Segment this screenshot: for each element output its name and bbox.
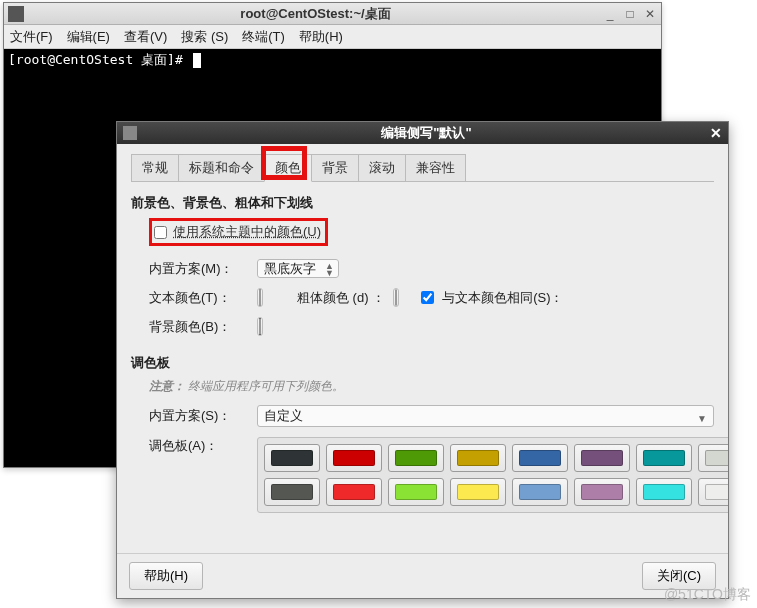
palette-color-8[interactable] bbox=[264, 478, 320, 506]
watermark: @51CTO博客 bbox=[664, 586, 751, 604]
minimise-icon[interactable]: _ bbox=[603, 7, 617, 21]
dialog-footer: 帮助(H) 关闭(C) bbox=[117, 553, 728, 598]
menu-view[interactable]: 查看(V) bbox=[124, 28, 167, 46]
use-theme-colors-row[interactable]: 使用系统主题中的颜色(U) bbox=[149, 218, 328, 246]
palette-swatch bbox=[519, 484, 561, 500]
use-theme-colors-label: 使用系统主题中的颜色(U) bbox=[173, 223, 321, 241]
text-color-swatch bbox=[259, 289, 261, 306]
palette-swatch bbox=[271, 450, 313, 466]
bg-color-button[interactable] bbox=[257, 317, 263, 336]
palette-color-13[interactable] bbox=[574, 478, 630, 506]
palette-color-9[interactable] bbox=[326, 478, 382, 506]
dialog-title: 编辑侧写"默认" bbox=[143, 124, 710, 142]
tab-general[interactable]: 常规 bbox=[131, 154, 179, 181]
palette-swatch bbox=[705, 450, 728, 466]
palette-color-10[interactable] bbox=[388, 478, 444, 506]
terminal-title: root@CentOStest:~/桌面 bbox=[28, 5, 603, 23]
edit-profile-dialog: 编辑侧写"默认" ✕ 常规 标题和命令 颜色 背景 滚动 兼容性 前景色、背景色… bbox=[116, 121, 729, 599]
terminal-menubar: 文件(F) 编辑(E) 查看(V) 搜索 (S) 终端(T) 帮助(H) bbox=[4, 25, 661, 49]
builtin-scheme-label: 内置方案(M)： bbox=[149, 260, 249, 278]
section-fgbg-title: 前景色、背景色、粗体和下划线 bbox=[131, 194, 714, 212]
text-color-label: 文本颜色(T)： bbox=[149, 289, 249, 307]
palette-swatch bbox=[395, 450, 437, 466]
bold-color-button[interactable] bbox=[393, 288, 399, 307]
bold-color-label: 粗体颜色 (d) ： bbox=[297, 289, 385, 307]
tab-compat[interactable]: 兼容性 bbox=[405, 154, 466, 181]
close-icon[interactable]: ✕ bbox=[643, 7, 657, 21]
palette-swatch bbox=[395, 484, 437, 500]
palette-grid bbox=[257, 437, 728, 513]
palette-swatch bbox=[457, 450, 499, 466]
tab-background[interactable]: 背景 bbox=[311, 154, 359, 181]
palette-swatch bbox=[643, 450, 685, 466]
palette-color-3[interactable] bbox=[450, 444, 506, 472]
palette-color-7[interactable] bbox=[698, 444, 728, 472]
text-color-button[interactable] bbox=[257, 288, 263, 307]
palette-color-0[interactable] bbox=[264, 444, 320, 472]
palette-row-label: 调色板(A)： bbox=[149, 437, 249, 455]
palette-color-4[interactable] bbox=[512, 444, 568, 472]
palette-title: 调色板 bbox=[131, 354, 714, 372]
menu-edit[interactable]: 编辑(E) bbox=[67, 28, 110, 46]
same-as-text-checkbox[interactable] bbox=[421, 291, 434, 304]
menu-help[interactable]: 帮助(H) bbox=[299, 28, 343, 46]
tab-bar: 常规 标题和命令 颜色 背景 滚动 兼容性 bbox=[131, 154, 714, 182]
palette-swatch bbox=[457, 484, 499, 500]
palette-color-15[interactable] bbox=[698, 478, 728, 506]
palette-swatch bbox=[333, 450, 375, 466]
palette-color-6[interactable] bbox=[636, 444, 692, 472]
cursor-icon bbox=[193, 53, 201, 68]
tab-title-command[interactable]: 标题和命令 bbox=[178, 154, 265, 181]
palette-swatch bbox=[581, 450, 623, 466]
note-prefix: 注意： bbox=[149, 379, 185, 393]
palette-swatch bbox=[271, 484, 313, 500]
use-theme-colors-checkbox[interactable] bbox=[154, 226, 167, 239]
palette-swatch bbox=[333, 484, 375, 500]
maximise-icon[interactable]: □ bbox=[623, 7, 637, 21]
palette-swatch bbox=[581, 484, 623, 500]
palette-color-5[interactable] bbox=[574, 444, 630, 472]
builtin-scheme-select[interactable]: 黑底灰字 ▲▼ bbox=[257, 260, 339, 278]
help-button[interactable]: 帮助(H) bbox=[129, 562, 203, 590]
palette-scheme-select[interactable]: 自定义 ▼ bbox=[257, 405, 714, 427]
bold-color-swatch bbox=[395, 289, 397, 306]
palette-color-2[interactable] bbox=[388, 444, 444, 472]
menu-file[interactable]: 文件(F) bbox=[10, 28, 53, 46]
dialog-titlebar[interactable]: 编辑侧写"默认" ✕ bbox=[117, 122, 728, 144]
palette-color-11[interactable] bbox=[450, 478, 506, 506]
palette-scheme-label: 内置方案(S)： bbox=[149, 407, 249, 425]
bg-color-label: 背景颜色(B)： bbox=[149, 318, 249, 336]
palette-swatch bbox=[519, 450, 561, 466]
dialog-app-icon bbox=[123, 126, 137, 140]
terminal-app-icon bbox=[8, 6, 24, 22]
menu-terminal[interactable]: 终端(T) bbox=[242, 28, 285, 46]
palette-color-12[interactable] bbox=[512, 478, 568, 506]
bg-color-swatch bbox=[259, 318, 261, 335]
palette-swatch bbox=[643, 484, 685, 500]
note-text: 终端应用程序可用下列颜色。 bbox=[188, 379, 344, 393]
terminal-prompt: [root@CentOStest 桌面]# bbox=[8, 51, 191, 69]
tab-scroll[interactable]: 滚动 bbox=[358, 154, 406, 181]
terminal-titlebar[interactable]: root@CentOStest:~/桌面 _ □ ✕ bbox=[4, 3, 661, 25]
palette-color-14[interactable] bbox=[636, 478, 692, 506]
close-icon[interactable]: ✕ bbox=[710, 125, 722, 141]
palette-color-1[interactable] bbox=[326, 444, 382, 472]
tab-color[interactable]: 颜色 bbox=[264, 154, 312, 182]
same-as-text-label: 与文本颜色相同(S)： bbox=[442, 289, 563, 307]
palette-swatch bbox=[705, 484, 728, 500]
menu-search[interactable]: 搜索 (S) bbox=[181, 28, 228, 46]
